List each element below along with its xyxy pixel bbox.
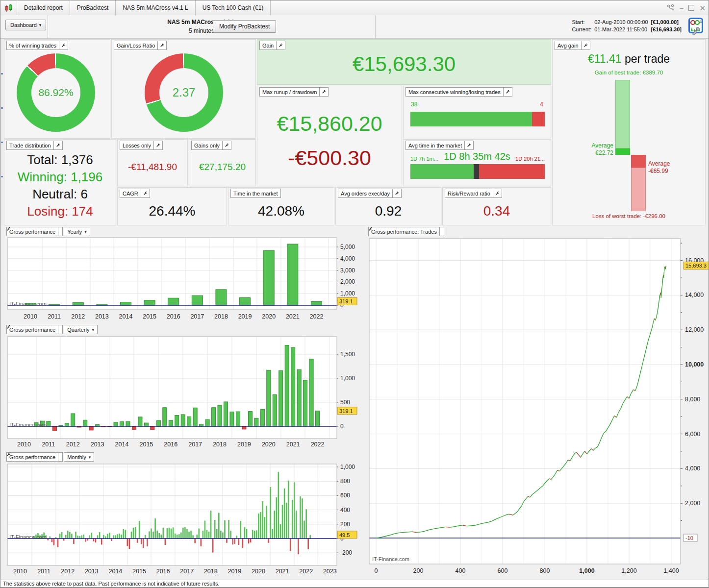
modify-probacktest-button[interactable]: Modify ProBacktest <box>213 20 276 33</box>
svg-text:2016: 2016 <box>164 441 177 448</box>
panel-max-consecutive: Max consecutive winning/losing trades 38… <box>403 86 551 138</box>
close-button[interactable]: ✕ <box>699 4 706 12</box>
wrench-icon[interactable] <box>58 325 62 334</box>
svg-text:2014: 2014 <box>115 441 129 448</box>
time-in-market-chip: Time in the market <box>230 189 281 198</box>
svg-text:12,000: 12,000 <box>685 326 704 333</box>
svg-text:2017: 2017 <box>180 568 194 575</box>
avg-gain-green-avg-segment <box>615 148 630 155</box>
cagr-value: 26.44% <box>118 203 227 219</box>
start-capital: [€1,000.00] <box>650 19 683 26</box>
wrench-icon[interactable] <box>141 189 150 197</box>
current-label: Current: <box>570 26 593 33</box>
maximize-button[interactable] <box>688 5 694 11</box>
report-header: Dashboard▾ NAS 5m MACross v4.1 L 5 minut… <box>0 15 709 39</box>
wrench-icon[interactable] <box>319 88 328 96</box>
tab-probacktest[interactable]: ProBacktest <box>70 0 116 15</box>
svg-text:1,400: 1,400 <box>663 567 679 574</box>
panel-runup-drawdown: Max runup / drawdown €15,860.20 -€500.30 <box>257 86 402 186</box>
wrench-icon[interactable] <box>58 227 62 236</box>
svg-text:2016: 2016 <box>167 313 180 320</box>
current-date: 01-Mar-2022 11:55:00 <box>593 26 649 33</box>
panel-losses-only: Losses only -€11,481.90 <box>117 139 188 186</box>
chart-gross-performance-monthly: 1,0008006004002000-20049.520102011201220… <box>4 451 364 580</box>
panel-gain-loss-ratio: Gain/Loss Ratio 2.37 <box>111 39 256 139</box>
avg-time-chip: Avg time in the market <box>405 141 474 150</box>
disclaimer-text: The statistics above relate to past data… <box>3 581 219 587</box>
svg-text:3,000: 3,000 <box>340 267 355 274</box>
wrench-icon[interactable] <box>59 41 68 49</box>
winning-trades: Winning: 1,196 <box>4 170 116 185</box>
wrench-icon[interactable] <box>53 141 62 149</box>
cagr-chip: CAGR <box>120 189 150 198</box>
panel-risk-reward: Risk/Reward ratio 0.34 <box>442 187 551 225</box>
probacktest-report-window: Detailed report ProBacktest NAS 5m MACro… <box>0 0 709 588</box>
wrench-icon[interactable] <box>157 41 166 49</box>
svg-text:2012: 2012 <box>66 441 80 448</box>
svg-text:600: 600 <box>498 567 508 574</box>
svg-text:4,000: 4,000 <box>685 465 700 472</box>
svg-text:400: 400 <box>456 567 466 574</box>
wrench-icon[interactable] <box>392 189 401 197</box>
avg-gain-green-bar <box>615 80 630 148</box>
wrench-icon[interactable] <box>439 227 444 236</box>
wrench-icon[interactable] <box>276 41 285 49</box>
avg-win-value: €22.72 <box>553 149 613 156</box>
start-date: 02-Aug-2010 00:00:00 <box>593 19 649 26</box>
avg-loss-value: -€65.99 <box>648 168 668 174</box>
window-controls: − ✕ <box>667 0 706 15</box>
chart-gross-performance-trades: 2,0004,0006,0008,00010,00012,00014,00016… <box>366 226 709 580</box>
winning-trades-chip: % of winning trades <box>6 41 68 50</box>
svg-text:2012: 2012 <box>71 313 85 320</box>
winning-trades-donut: 86.92% <box>17 53 95 132</box>
wrench-icon[interactable] <box>581 41 590 49</box>
current-capital: [€16,693.30] <box>650 26 683 33</box>
wrench-icon[interactable] <box>58 453 62 461</box>
monthly-period-dropdown[interactable]: Monthly▾ <box>64 452 94 462</box>
avg-loss-label: Average <box>648 160 670 167</box>
svg-text:8,000: 8,000 <box>685 396 700 403</box>
yearly-period-dropdown[interactable]: Yearly▾ <box>64 227 90 236</box>
svg-text:2019: 2019 <box>238 313 252 320</box>
dashboard-dropdown[interactable]: Dashboard▾ <box>5 20 46 30</box>
svg-text:2014: 2014 <box>119 313 133 320</box>
svg-text:2017: 2017 <box>190 313 204 320</box>
svg-text:6,000: 6,000 <box>685 431 700 438</box>
time-in-market-bar <box>410 164 545 179</box>
tab-instrument[interactable]: US Tech 100 Cash (€1) <box>196 0 271 15</box>
panel-trade-distribution: Trade distribution Total: 1,376 Winning:… <box>4 139 116 225</box>
gain-value: €15,693.30 <box>257 52 551 76</box>
wrench-icon[interactable] <box>222 141 231 149</box>
svg-text:2010: 2010 <box>17 441 31 448</box>
quarterly-period-dropdown[interactable]: Quarterly▾ <box>64 325 98 334</box>
gains-only-chip: Gains only <box>191 141 231 150</box>
trade-distribution-chip: Trade distribution <box>6 141 63 150</box>
svg-text:2011: 2011 <box>42 441 55 448</box>
panel-avg-gain: Avg gain €11.41 per trade Gain of best t… <box>552 39 706 225</box>
wrench-icon[interactable] <box>503 88 512 96</box>
minimize-button[interactable]: − <box>680 4 684 12</box>
gain-loss-value: 2.37 <box>173 86 196 99</box>
yearly-chart-chip: Gross performance <box>6 227 63 236</box>
tab-detailed-report[interactable]: Detailed report <box>17 0 70 15</box>
svg-text:2018: 2018 <box>213 441 227 448</box>
svg-text:2023: 2023 <box>323 568 337 575</box>
svg-text:49.5: 49.5 <box>339 532 350 538</box>
wrench-icon[interactable] <box>464 141 473 149</box>
svg-text:2019: 2019 <box>228 568 241 575</box>
svg-text:14,000: 14,000 <box>685 292 704 298</box>
svg-text:IT-Finance.com: IT-Finance.com <box>9 422 47 428</box>
panel-cagr: CAGR 26.44% <box>117 187 227 225</box>
svg-text:5,000: 5,000 <box>340 244 355 250</box>
gain-chip: Gain <box>259 41 285 50</box>
winning-trades-value: 86.92% <box>38 87 73 98</box>
panel-gains-only: Gains only €27,175.20 <box>189 139 256 186</box>
share-icon[interactable] <box>667 4 675 12</box>
svg-text:2022: 2022 <box>299 568 313 575</box>
wrench-icon[interactable] <box>153 141 162 149</box>
svg-text:2017: 2017 <box>188 441 202 448</box>
svg-text:500: 500 <box>340 399 350 406</box>
report-settings-icon[interactable] <box>688 18 705 38</box>
wrench-icon[interactable] <box>493 189 502 197</box>
tab-strategy[interactable]: NAS 5m MACross v4.1 L <box>116 0 195 15</box>
